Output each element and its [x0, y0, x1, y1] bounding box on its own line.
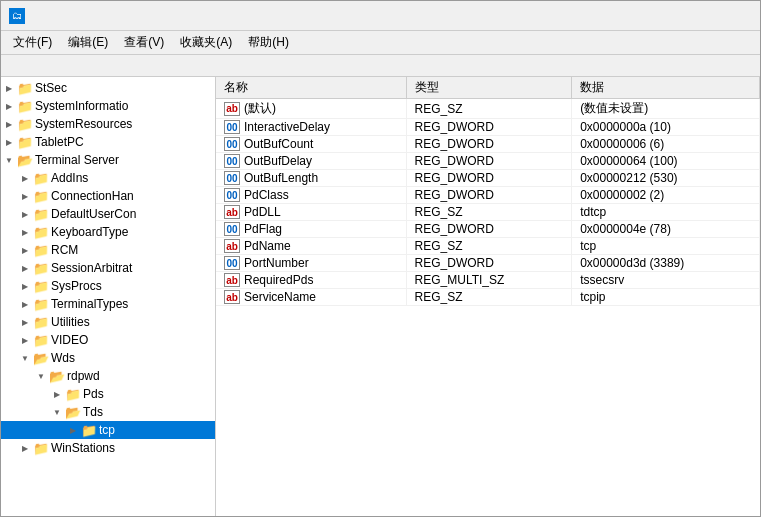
- tree-label-rdpwd: rdpwd: [67, 369, 100, 383]
- col-header-data[interactable]: 数据: [572, 77, 760, 99]
- tree-toggle-sysres[interactable]: ▶: [1, 116, 17, 132]
- reg-type-cell: REG_DWORD: [406, 255, 572, 272]
- folder-icon-sessionarb: 📁: [33, 261, 49, 275]
- tree-toggle-tabletpc[interactable]: ▶: [1, 134, 17, 150]
- table-row[interactable]: abPdNameREG_SZtcp: [216, 238, 760, 255]
- reg-name: OutBufDelay: [244, 154, 312, 168]
- table-row[interactable]: 00OutBufCountREG_DWORD0x00000006 (6): [216, 136, 760, 153]
- dword-icon: 00: [224, 137, 240, 151]
- tree-toggle-sessionarb[interactable]: ▶: [17, 260, 33, 276]
- tree-toggle-pds[interactable]: ▶: [49, 386, 65, 402]
- tree-toggle-winstations[interactable]: ▶: [17, 440, 33, 456]
- tree-label-connhan: ConnectionHan: [51, 189, 134, 203]
- tree-item-sessionarb[interactable]: ▶📁SessionArbitrat: [1, 259, 215, 277]
- col-header-name[interactable]: 名称: [216, 77, 406, 99]
- maximize-button[interactable]: [660, 1, 706, 31]
- close-button[interactable]: [706, 1, 752, 31]
- tree-item-rdpwd[interactable]: ▼📂rdpwd: [1, 367, 215, 385]
- tree-item-systeminfo[interactable]: ▶📁SystemInformatio: [1, 97, 215, 115]
- reg-type-cell: REG_MULTI_SZ: [406, 272, 572, 289]
- tree-toggle-wds[interactable]: ▼: [17, 350, 33, 366]
- table-row[interactable]: 00InteractiveDelayREG_DWORD0x0000000a (1…: [216, 119, 760, 136]
- tree-label-terminaltypes: TerminalTypes: [51, 297, 128, 311]
- folder-icon-stsec: 📁: [17, 81, 33, 95]
- tree-toggle-systeminfo[interactable]: ▶: [1, 98, 17, 114]
- minimize-button[interactable]: [614, 1, 660, 31]
- app-icon: 🗂: [9, 8, 25, 24]
- menu-item-f[interactable]: 文件(F): [5, 32, 60, 54]
- tree-item-stsec[interactable]: ▶📁StSec: [1, 79, 215, 97]
- tree-item-rcm[interactable]: ▶📁RCM: [1, 241, 215, 259]
- table-row[interactable]: 00PdClassREG_DWORD0x00000002 (2): [216, 187, 760, 204]
- tree-item-pds[interactable]: ▶📁Pds: [1, 385, 215, 403]
- tree-item-terminaltypes[interactable]: ▶📁TerminalTypes: [1, 295, 215, 313]
- tree-toggle-sysprocs[interactable]: ▶: [17, 278, 33, 294]
- col-header-type[interactable]: 类型: [406, 77, 572, 99]
- tree-item-winstations[interactable]: ▶📁WinStations: [1, 439, 215, 457]
- ab-icon: ab: [224, 273, 240, 287]
- reg-type-cell: REG_DWORD: [406, 119, 572, 136]
- table-row[interactable]: abServiceNameREG_SZtcpip: [216, 289, 760, 306]
- reg-name-cell: abPdDLL: [216, 204, 406, 221]
- tree-item-tds[interactable]: ▼📂Tds: [1, 403, 215, 421]
- table-row[interactable]: abRequiredPdsREG_MULTI_SZtssecsrv: [216, 272, 760, 289]
- tree-toggle-rcm[interactable]: ▶: [17, 242, 33, 258]
- tree-item-defaultuser[interactable]: ▶📁DefaultUserCon: [1, 205, 215, 223]
- reg-type-cell: REG_DWORD: [406, 136, 572, 153]
- menu-item-v[interactable]: 查看(V): [116, 32, 172, 54]
- table-row[interactable]: 00PdFlagREG_DWORD0x0000004e (78): [216, 221, 760, 238]
- tree-label-termserver: Terminal Server: [35, 153, 119, 167]
- tree-item-sysres[interactable]: ▶📁SystemResources: [1, 115, 215, 133]
- table-row[interactable]: 00OutBufDelayREG_DWORD0x00000064 (100): [216, 153, 760, 170]
- reg-name: ServiceName: [244, 290, 316, 304]
- tree-toggle-connhan[interactable]: ▶: [17, 188, 33, 204]
- tree-item-wds[interactable]: ▼📂Wds: [1, 349, 215, 367]
- tree-label-stsec: StSec: [35, 81, 67, 95]
- tree-label-wds: Wds: [51, 351, 75, 365]
- tree-toggle-defaultuser[interactable]: ▶: [17, 206, 33, 222]
- folder-icon-systeminfo: 📁: [17, 99, 33, 113]
- reg-name: PdFlag: [244, 222, 282, 236]
- tree-label-addins: AddIns: [51, 171, 88, 185]
- tree-label-winstations: WinStations: [51, 441, 115, 455]
- tree-toggle-utilities[interactable]: ▶: [17, 314, 33, 330]
- menu-item-e[interactable]: 编辑(E): [60, 32, 116, 54]
- registry-table: 名称 类型 数据 ab(默认)REG_SZ(数值未设置)00Interactiv…: [216, 77, 760, 306]
- tree-item-addins[interactable]: ▶📁AddIns: [1, 169, 215, 187]
- tree-toggle-addins[interactable]: ▶: [17, 170, 33, 186]
- tree-toggle-stsec[interactable]: ▶: [1, 80, 17, 96]
- menu-item-a[interactable]: 收藏夹(A): [172, 32, 240, 54]
- tree-toggle-tds[interactable]: ▼: [49, 404, 65, 420]
- menu-item-h[interactable]: 帮助(H): [240, 32, 297, 54]
- tree-item-sysprocs[interactable]: ▶📁SysProcs: [1, 277, 215, 295]
- dword-icon: 00: [224, 171, 240, 185]
- window-controls: [614, 1, 752, 31]
- tree-toggle-rdpwd[interactable]: ▼: [33, 368, 49, 384]
- tree-toggle-video[interactable]: ▶: [17, 332, 33, 348]
- tree-toggle-terminaltypes[interactable]: ▶: [17, 296, 33, 312]
- table-row[interactable]: 00PortNumberREG_DWORD0x00000d3d (3389): [216, 255, 760, 272]
- table-row[interactable]: ab(默认)REG_SZ(数值未设置): [216, 99, 760, 119]
- tree-item-tcp[interactable]: ▶📁tcp: [1, 421, 215, 439]
- tree-item-keyboardtype[interactable]: ▶📁KeyboardType: [1, 223, 215, 241]
- reg-data-cell: tdtcp: [572, 204, 760, 221]
- tree-toggle-termserver[interactable]: ▼: [1, 152, 17, 168]
- tree-toggle-tcp[interactable]: ▶: [65, 422, 81, 438]
- tree-item-termserver[interactable]: ▼📂Terminal Server: [1, 151, 215, 169]
- tree-item-video[interactable]: ▶📁VIDEO: [1, 331, 215, 349]
- folder-icon-tds: 📂: [65, 405, 81, 419]
- dword-icon: 00: [224, 256, 240, 270]
- tree-item-connhan[interactable]: ▶📁ConnectionHan: [1, 187, 215, 205]
- reg-name: PdClass: [244, 188, 289, 202]
- registry-tree[interactable]: ▶📁StSec▶📁SystemInformatio▶📁SystemResourc…: [1, 77, 216, 516]
- reg-data-cell: tcpip: [572, 289, 760, 306]
- main-content: ▶📁StSec▶📁SystemInformatio▶📁SystemResourc…: [1, 77, 760, 516]
- registry-values-panel[interactable]: 名称 类型 数据 ab(默认)REG_SZ(数值未设置)00Interactiv…: [216, 77, 760, 516]
- tree-item-tabletpc[interactable]: ▶📁TabletPC: [1, 133, 215, 151]
- table-row[interactable]: 00OutBufLengthREG_DWORD0x00000212 (530): [216, 170, 760, 187]
- reg-type-cell: REG_SZ: [406, 289, 572, 306]
- tree-item-utilities[interactable]: ▶📁Utilities: [1, 313, 215, 331]
- table-row[interactable]: abPdDLLREG_SZtdtcp: [216, 204, 760, 221]
- folder-icon-video: 📁: [33, 333, 49, 347]
- tree-toggle-keyboardtype[interactable]: ▶: [17, 224, 33, 240]
